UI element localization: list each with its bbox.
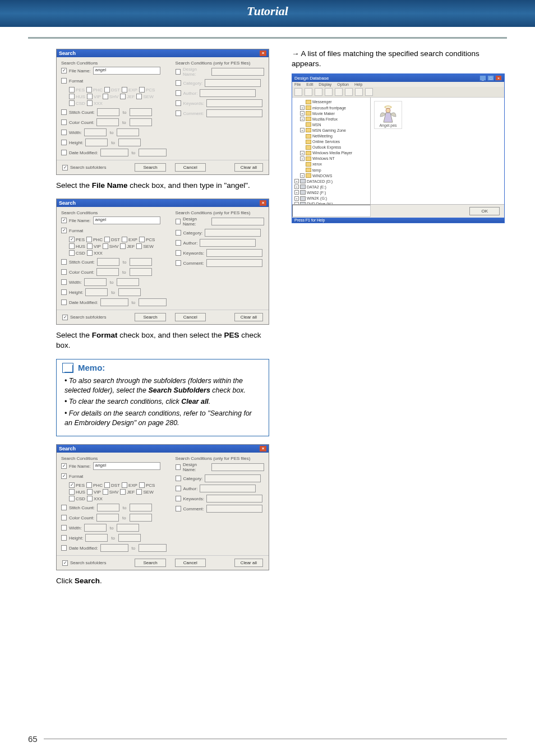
format-shv-checkbox[interactable] (103, 489, 108, 495)
format-pes-checkbox[interactable] (69, 482, 75, 488)
tree-item[interactable]: +Windows Media Player (294, 150, 368, 155)
tree-item[interactable]: +WIN02 (F:) (294, 190, 368, 195)
format-row-1-enabled-b: PESPHCDSTEXPPCS (69, 482, 170, 488)
format-jef-checkbox[interactable] (120, 489, 126, 495)
format-exp-checkbox[interactable] (122, 237, 127, 242)
tree-item[interactable]: temp (294, 168, 368, 173)
format-csd-checkbox[interactable] (69, 496, 75, 501)
format-sew-checkbox[interactable] (136, 243, 142, 249)
format-pes-checkbox[interactable] (69, 237, 75, 242)
toolbar-button[interactable] (294, 88, 302, 96)
tree-item[interactable]: +WIN2K (G:) (294, 196, 368, 201)
format-dst-checkbox[interactable] (104, 482, 110, 488)
search-subfolders-checkbox[interactable] (62, 165, 68, 170)
tree-item[interactable]: Messenger (294, 99, 368, 104)
drive-icon (300, 190, 306, 195)
toolbar-button[interactable] (325, 88, 333, 96)
format-row-2: HUSVIPSHVJEFSEW (69, 94, 170, 99)
file-name-input[interactable]: angel (93, 67, 160, 75)
cancel-button[interactable]: Cancel (175, 559, 206, 567)
format-jef-checkbox[interactable] (120, 243, 126, 249)
clear-all-button[interactable]: Clear all (234, 163, 263, 172)
format-csd-checkbox[interactable] (69, 250, 75, 256)
tree-item[interactable]: +microsoft frontpage (294, 105, 368, 110)
format-pcs-checkbox[interactable] (139, 237, 145, 242)
folder-icon (306, 134, 311, 139)
close-icon[interactable]: × (495, 75, 502, 81)
cancel-button[interactable]: Cancel (175, 313, 206, 321)
search-button[interactable]: Search (135, 559, 165, 567)
clear-all-button[interactable]: Clear all (234, 313, 263, 321)
cancel-button[interactable]: Cancel (175, 163, 206, 172)
format-vip-checkbox[interactable] (87, 243, 93, 249)
menu-bar[interactable]: File Edit Display Option Help (292, 82, 504, 87)
tree-item[interactable]: Outlook Express (294, 145, 368, 150)
file-name-checkbox[interactable] (61, 218, 67, 223)
format-xxx-checkbox[interactable] (87, 496, 93, 501)
format-shv-checkbox[interactable] (103, 243, 108, 249)
format-checkbox[interactable] (61, 78, 67, 84)
format-vip-checkbox[interactable] (87, 489, 93, 495)
format-dst-checkbox[interactable] (104, 237, 110, 242)
tree-item[interactable]: +Windows NT (294, 156, 368, 161)
file-name-checkbox[interactable] (61, 68, 67, 73)
format-hus-checkbox[interactable] (69, 489, 75, 495)
format-phc-checkbox (86, 87, 92, 93)
toolbar-button[interactable] (315, 88, 322, 96)
folder-icon (306, 117, 311, 121)
toolbar-button[interactable] (345, 88, 353, 96)
file-name-label: File Name: (69, 68, 91, 73)
stitch-count-checkbox[interactable] (61, 109, 67, 115)
width-checkbox[interactable] (61, 130, 67, 135)
date-modified-checkbox[interactable] (61, 150, 67, 155)
toolbar-button[interactable] (365, 88, 373, 96)
tree-item[interactable]: NetMeeting (294, 133, 368, 139)
format-checkbox[interactable] (61, 228, 67, 233)
tree-item[interactable]: xerox (294, 162, 368, 167)
search-dialog-2: Search× Search Conditions File Name:ange… (56, 199, 269, 325)
tree-item[interactable]: Online Services (294, 139, 368, 144)
color-count-checkbox[interactable] (61, 119, 67, 125)
folder-tree[interactable]: Messenger+microsoft frontpage+Movie Make… (292, 98, 371, 204)
maximize-icon[interactable]: □ (487, 75, 494, 81)
tree-item[interactable]: +MSN Gaming Zone (294, 128, 368, 133)
format-hus-checkbox[interactable] (69, 243, 75, 249)
folder-icon (306, 140, 311, 144)
tree-item[interactable]: MSN (294, 122, 368, 127)
close-icon[interactable]: × (260, 446, 266, 451)
folder-icon (306, 151, 311, 155)
ok-button[interactable]: OK (469, 207, 500, 215)
close-icon[interactable]: × (260, 200, 266, 206)
tree-item[interactable]: +DATACED (D:) (294, 179, 368, 184)
tree-item[interactable]: +Mozilla Firefox (294, 117, 368, 122)
format-phc-checkbox[interactable] (86, 237, 92, 242)
format-pcs-checkbox[interactable] (139, 482, 145, 488)
toolbar-button[interactable] (355, 88, 363, 96)
file-name-input[interactable]: angel (93, 216, 160, 224)
format-sew-checkbox[interactable] (136, 489, 142, 495)
tree-item[interactable]: +DATA2 (E:) (294, 185, 368, 190)
folder-icon (306, 168, 311, 172)
format-phc-checkbox[interactable] (86, 482, 92, 488)
folder-icon (306, 111, 311, 116)
format-xxx-checkbox[interactable] (87, 250, 93, 256)
close-icon[interactable]: × (260, 50, 266, 56)
result-thumbnail[interactable]: Angel.pes (374, 101, 402, 129)
dialog-title: Search (59, 50, 76, 56)
height-checkbox[interactable] (61, 140, 67, 145)
search-subfolders-label: Search subfolders (70, 165, 106, 170)
tree-item[interactable]: +WINDOWS (294, 173, 368, 178)
search-button[interactable]: Search (135, 313, 165, 321)
minimize-icon[interactable]: _ (479, 75, 486, 81)
search-button[interactable]: Search (135, 163, 165, 172)
header-title: Tutorial (0, 0, 535, 27)
format-exp-checkbox[interactable] (122, 482, 127, 488)
date-modified-label: Date Modified: (69, 150, 98, 155)
tree-item[interactable]: +Movie Maker (294, 111, 368, 116)
format-row-1: PESPHCDSTEXPPCS (69, 87, 170, 93)
toolbar-button[interactable] (305, 88, 312, 96)
clear-all-button[interactable]: Clear all (234, 559, 263, 567)
format-row-3-enabled: CSDXXX (69, 250, 170, 256)
tree-item[interactable]: +DVD Drive (H:) (294, 201, 368, 204)
toolbar-button[interactable] (335, 88, 343, 96)
